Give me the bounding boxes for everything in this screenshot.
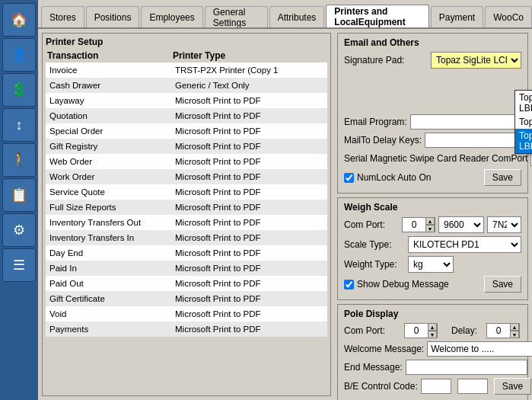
right-panel: Email and Others Signature Pad: Topaz Si… — [337, 33, 528, 396]
pole-comport-spinner[interactable]: ▲ ▼ — [404, 323, 438, 338]
sidebar-btn-person[interactable]: 🚶 — [2, 143, 36, 177]
show-debug-label: Show Debug Message — [357, 279, 449, 290]
pole-delay-dn[interactable]: ▼ — [510, 331, 519, 338]
printer-type-5: Microsoft Print to PDF — [171, 139, 327, 154]
dropdown-item-1[interactable]: Topaz SigGemColor 5.7(T-LBK57) — [515, 91, 532, 115]
weigh-save-button[interactable]: Save — [484, 276, 521, 293]
scale-type-select[interactable]: KILOTECH PD1 — [408, 236, 521, 253]
show-debug-checkbox[interactable] — [344, 280, 354, 290]
sidebar-btn-menu[interactable]: ☰ — [2, 248, 36, 282]
pole-display-title: Pole Display — [344, 309, 521, 319]
weigh-comport-row: Com Port: ▲ ▼ 9600 19200 38400 7N2 8N1 — [344, 216, 521, 233]
pole-display-section: Pole Display Com Port: ▲ ▼ Delay: ▲ — [337, 304, 528, 400]
welcome-msg-input[interactable] — [427, 341, 532, 357]
printer-row-12[interactable]: Day EndMicrosoft Print to PDF — [46, 245, 327, 261]
printer-row-0[interactable]: InvoiceTRST-P2X Printer (Copy 1 — [46, 62, 327, 78]
be-control-input-2[interactable] — [457, 379, 488, 394]
pole-comport-dn[interactable]: ▼ — [428, 331, 437, 338]
sidebar-btn-home[interactable]: 🏠 — [2, 3, 36, 37]
numlock-checkbox[interactable] — [344, 173, 354, 183]
tab-positions[interactable]: Positions — [86, 6, 140, 27]
printer-type-13: Microsoft Print to PDF — [171, 261, 327, 276]
printer-row-17[interactable]: PaymentsMicrosoft Print to PDF — [46, 322, 327, 337]
pole-comport-btns: ▲ ▼ — [428, 323, 437, 338]
weigh-comport-value[interactable] — [403, 218, 425, 232]
tab-general-settings[interactable]: General Settings — [205, 6, 268, 27]
printer-row-4[interactable]: Special OrderMicrosoft Print to PDF — [46, 123, 327, 139]
tab-payment[interactable]: Payment — [431, 6, 483, 27]
printer-row-2[interactable]: LayawayMicrosoft Print to PDF — [46, 93, 327, 108]
weigh-comport-up[interactable]: ▲ — [425, 217, 435, 225]
printer-row-14[interactable]: Paid OutMicrosoft Print to PDF — [46, 276, 327, 291]
printer-row-8[interactable]: Service QuoteMicrosoft Print to PDF — [46, 184, 327, 200]
pole-save-button[interactable]: Save — [494, 378, 531, 395]
email-section-title: Email and Others — [344, 37, 521, 48]
printer-transaction-17: Payments — [46, 322, 171, 337]
sidebar-btn-settings[interactable]: ⚙ — [2, 213, 36, 247]
be-control-input-1[interactable] — [421, 379, 451, 394]
pole-delay-spinner[interactable]: ▲ ▼ — [486, 323, 520, 338]
sidebar-btn-report[interactable]: 📋 — [2, 178, 36, 212]
printer-transaction-5: Gift Registry — [46, 139, 171, 154]
weight-type-select[interactable]: kg lbs — [408, 256, 454, 273]
printer-type-4: Microsoft Print to PDF — [171, 123, 327, 139]
weigh-scale-title: Weigh Scale — [344, 202, 521, 213]
printer-transaction-11: Inventory Transfers In — [46, 230, 171, 245]
weigh-comport-label: Com Port: — [344, 219, 399, 230]
printer-row-13[interactable]: Paid InMicrosoft Print to PDF — [46, 261, 327, 276]
email-save-button[interactable]: Save — [484, 169, 521, 186]
printer-transaction-8: Service Quote — [46, 184, 171, 200]
printer-type-14: Microsoft Print to PDF — [171, 276, 327, 291]
printer-type-0: TRST-P2X Printer (Copy 1 — [171, 62, 327, 78]
printer-type-12: Microsoft Print to PDF — [171, 245, 327, 261]
printer-transaction-13: Paid In — [46, 261, 171, 276]
tab-stores[interactable]: Stores — [41, 6, 84, 27]
pole-delay-btns: ▲ ▼ — [510, 323, 519, 338]
tab-wooco[interactable]: WooCo — [485, 6, 532, 27]
baud-rate-select[interactable]: 9600 19200 38400 — [438, 216, 484, 233]
printer-row-11[interactable]: Inventory Transfers InMicrosoft Print to… — [46, 230, 327, 245]
printer-transaction-12: Day End — [46, 245, 171, 261]
printer-setup-title: Printer Setup — [46, 37, 327, 47]
end-msg-input[interactable] — [406, 360, 527, 375]
printer-type-11: Microsoft Print to PDF — [171, 230, 327, 245]
sidebar-btn-dollar[interactable]: 💲 — [2, 73, 36, 107]
printer-row-9[interactable]: Full Size ReportsMicrosoft Print to PDF — [46, 200, 327, 215]
email-program-row: Email Program: — [344, 114, 521, 130]
printer-row-6[interactable]: Web OrderMicrosoft Print to PDF — [46, 154, 327, 169]
printer-row-5[interactable]: Gift RegistryMicrosoft Print to PDF — [46, 139, 327, 154]
printer-row-15[interactable]: Gift CertificateMicrosoft Print to PDF — [46, 291, 327, 306]
email-program-input[interactable] — [410, 114, 532, 130]
printer-row-7[interactable]: Work OrderMicrosoft Print to PDF — [46, 169, 327, 184]
tab-employees[interactable]: Employees — [141, 6, 202, 27]
printer-setup-panel: Printer Setup Transaction Printer Type I… — [42, 33, 331, 396]
pole-comport-up[interactable]: ▲ — [428, 323, 437, 331]
weigh-comport-spinner[interactable]: ▲ ▼ — [402, 217, 435, 232]
sidebar-btn-transfer[interactable]: ↕ — [2, 108, 36, 142]
show-debug-row: Show Debug Message Save — [344, 276, 521, 293]
weigh-comport-dn[interactable]: ▼ — [425, 225, 435, 232]
end-msg-row: End Message: — [344, 360, 521, 375]
printer-row-10[interactable]: Inventory Transfers OutMicrosoft Print t… — [46, 215, 327, 230]
printer-transaction-2: Layaway — [46, 93, 171, 108]
tab-attributes[interactable]: Attributes — [269, 6, 325, 27]
pole-delay-label: Delay: — [451, 325, 477, 336]
printer-type-7: Microsoft Print to PDF — [171, 169, 327, 184]
pole-comport-value[interactable] — [405, 324, 428, 338]
pole-delay-up[interactable]: ▲ — [510, 323, 519, 331]
tab-printers[interactable]: Printers and LocalEquipment — [326, 5, 429, 27]
printer-row-3[interactable]: QuotationMicrosoft Print to PDF — [46, 108, 327, 123]
pole-comport-label: Com Port: — [344, 325, 401, 336]
printer-transaction-9: Full Size Reports — [46, 200, 171, 215]
dropdown-item-2[interactable]: Topaz SigLite 1x5(T-S460) — [515, 115, 532, 129]
sidebar-btn-user[interactable]: 👤 — [2, 38, 36, 72]
signature-pad-select[interactable]: Topaz SigGemColor 5.7(T-LBK57) Topaz Sig… — [431, 52, 521, 69]
pole-delay-value[interactable] — [487, 324, 510, 338]
parity-select[interactable]: 7N2 8N1 7E1 — [487, 216, 521, 233]
serial-swipe-row: Serial Magnetic Swipe Card Reader ComPor… — [344, 151, 521, 166]
printer-row-16[interactable]: VoidMicrosoft Print to PDF — [46, 306, 327, 322]
printer-type-16: Microsoft Print to PDF — [171, 306, 327, 322]
printer-row-1[interactable]: Cash DrawerGeneric / Text Only — [46, 78, 327, 93]
dropdown-item-3[interactable]: Topaz SigLite LCD 1x5(T-LBK462) — [515, 129, 532, 153]
signature-pad-label: Signature Pad: — [344, 55, 428, 66]
